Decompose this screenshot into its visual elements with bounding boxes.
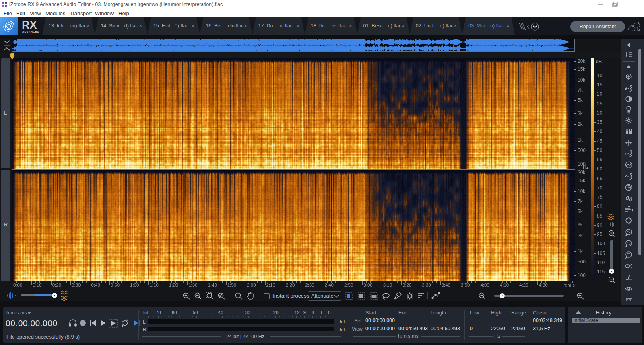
svg-text:Ss: Ss [625,152,630,156]
